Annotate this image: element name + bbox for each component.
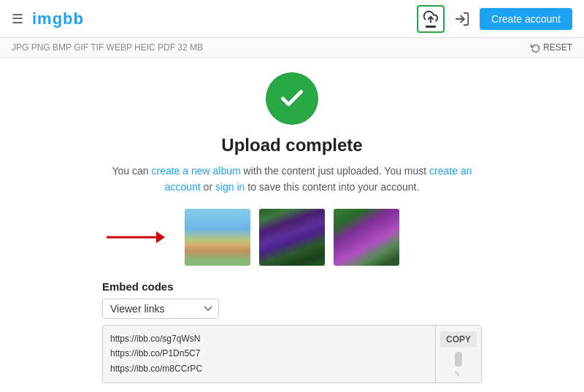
images-row bbox=[12, 209, 572, 266]
header-left: ☰ imgbb bbox=[12, 9, 84, 28]
embed-links-text: https://ibb.co/sg7qWsN https://ibb.co/P1… bbox=[103, 326, 435, 383]
checkmark-icon bbox=[278, 85, 306, 112]
upload-bar bbox=[426, 26, 436, 28]
header: ☰ imgbb Create account bbox=[0, 0, 584, 38]
thumbnail-beach[interactable] bbox=[185, 209, 250, 266]
sign-in-icon[interactable] bbox=[450, 7, 474, 31]
sub-header: JPG PNG BMP GIF TIF WEBP HEIC PDF 32 MB … bbox=[0, 38, 584, 58]
upload-complete-title: Upload complete bbox=[221, 135, 362, 155]
file-types-label: JPG PNG BMP GIF TIF WEBP HEIC PDF 32 MB bbox=[12, 42, 203, 53]
embed-links-box: https://ibb.co/sg7qWsN https://ibb.co/P1… bbox=[102, 325, 482, 383]
embed-dropdown[interactable]: Viewer links bbox=[102, 299, 219, 319]
reset-icon bbox=[531, 43, 540, 53]
thumbnail-grapes[interactable] bbox=[259, 209, 325, 266]
resize-handle[interactable]: ⤡ bbox=[454, 369, 463, 378]
desc-text-1: You can bbox=[112, 165, 152, 177]
create-album-link[interactable]: create a new album bbox=[152, 165, 241, 177]
embed-links-right: COPY ⤡ bbox=[435, 326, 481, 383]
svg-marker-3 bbox=[156, 231, 165, 243]
link-3: https://ibb.co/m8CCrPC bbox=[110, 361, 428, 376]
upload-description: You can create a new album with the cont… bbox=[110, 163, 474, 196]
header-right: Create account bbox=[417, 5, 572, 33]
link-2: https://ibb.co/P1Dn5C7 bbox=[110, 346, 428, 361]
arrow-icon bbox=[107, 227, 165, 247]
create-account-button[interactable]: Create account bbox=[480, 8, 572, 30]
hamburger-icon[interactable]: ☰ bbox=[12, 11, 23, 27]
logo: imgbb bbox=[32, 9, 84, 28]
embed-dropdown-row: Viewer links bbox=[102, 299, 482, 319]
sign-in-link[interactable]: sign in bbox=[215, 181, 245, 193]
desc-text-3: or bbox=[201, 181, 215, 193]
desc-text-2: with the content just uploaded. You must bbox=[241, 165, 429, 177]
link-1: https://ibb.co/sg7qWsN bbox=[110, 331, 428, 346]
success-circle bbox=[266, 72, 318, 125]
upload-icon-button[interactable] bbox=[417, 5, 445, 33]
embed-section: Embed codes Viewer links https://ibb.co/… bbox=[102, 280, 482, 383]
desc-text-4: to save this content into your account. bbox=[245, 181, 419, 193]
cloud-upload-icon bbox=[423, 9, 438, 24]
scrollbar-thumb bbox=[455, 352, 462, 366]
main-content: Upload complete You can create a new alb… bbox=[0, 58, 584, 392]
embed-title: Embed codes bbox=[102, 280, 482, 293]
copy-button[interactable]: COPY bbox=[440, 331, 477, 347]
reset-button[interactable]: RESET bbox=[531, 42, 572, 53]
thumbnail-flowers[interactable] bbox=[334, 209, 399, 266]
arrow-indicator bbox=[107, 227, 165, 247]
